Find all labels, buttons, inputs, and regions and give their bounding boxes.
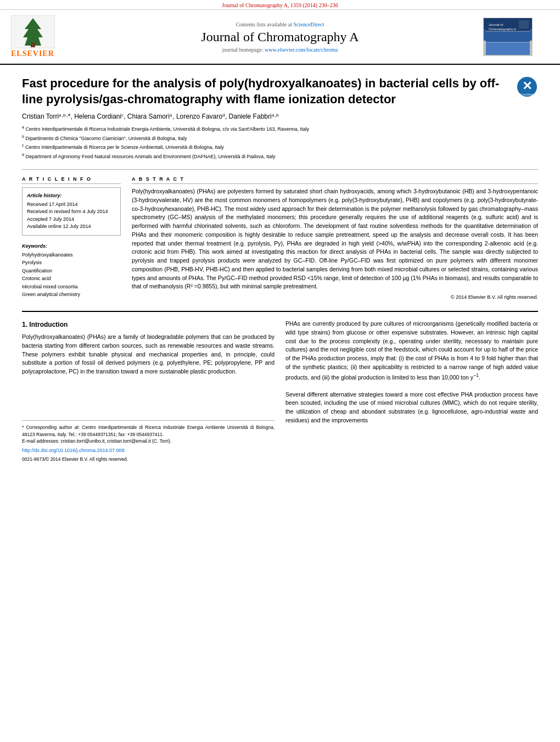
keywords-box: Keywords: Polyhydroxyalkanoates Pyrolysi… xyxy=(22,242,121,299)
journal-homepage: journal homepage: www.elsevier.com/locat… xyxy=(77,47,483,53)
section-title: Introduction xyxy=(29,321,68,328)
abstract-heading: A B S T R A C T xyxy=(132,176,538,184)
authors-text: Cristian Torriᵃ·ᵇ·*, Helena Cordianiᶜ, C… xyxy=(22,113,279,120)
elsevier-label: ELSEVIER xyxy=(11,49,54,58)
journal-cover-image: Journal of Chromatography A xyxy=(483,18,533,56)
contents-text: Contents lists available at xyxy=(236,21,292,27)
footnotes: * Corresponding author at: Centro Interd… xyxy=(22,420,275,463)
article-info-heading: A R T I C L E I N F O xyxy=(22,176,121,184)
intro-col2-para2: Several different alternative strategies… xyxy=(285,390,538,425)
copyright-line: © 2014 Elsevier B.V. All rights reserved… xyxy=(132,294,538,300)
svg-text:CrossMark: CrossMark xyxy=(520,93,534,96)
body-two-col: 1. Introduction Poly(hydroxyalkanoates) … xyxy=(22,320,538,462)
sciencedirect-link[interactable]: ScienceDirect xyxy=(293,21,324,27)
authors-line: Cristian Torriᵃ·ᵇ·*, Helena Cordianiᶜ, C… xyxy=(22,113,538,120)
keyword-1: Polyhydroxyalkanoates xyxy=(22,251,121,259)
svg-rect-4 xyxy=(486,31,530,42)
svg-rect-10 xyxy=(519,20,529,29)
section-number: 1. xyxy=(22,321,27,328)
doi-link[interactable]: http://dx.doi.org/10.1016/j.chroma.2014.… xyxy=(22,447,275,455)
intro-col1-text: Poly(hydroxyalkanoates) (PHAs) are a fam… xyxy=(22,333,275,376)
right-column: A B S T R A C T Poly(hydroxyalkanoates) … xyxy=(132,176,538,300)
body-section: 1. Introduction Poly(hydroxyalkanoates) … xyxy=(22,311,538,462)
svg-text:✕: ✕ xyxy=(522,79,532,93)
history-heading: Article history: xyxy=(27,192,116,200)
cover-thumbnail-icon: Journal of Chromatography A xyxy=(486,19,530,55)
corresponding-note: * Corresponding author at: Centro Interd… xyxy=(22,424,275,438)
accepted-date: Accepted 7 July 2014 xyxy=(27,216,116,224)
elsevier-logo: ELSEVIER xyxy=(11,15,77,58)
intro-heading: 1. Introduction xyxy=(22,320,275,330)
issn-line: 0021-9673/© 2014 Elsevier B.V. All right… xyxy=(22,456,275,463)
svg-rect-5 xyxy=(486,42,530,55)
received-revised-date: Received in revised form 4 July 2014 xyxy=(27,208,116,216)
journal-title-area: Contents lists available at ScienceDirec… xyxy=(77,21,483,53)
article-title-section: Fast procedure for the analysis of poly(… xyxy=(22,76,538,107)
svg-text:Journal of: Journal of xyxy=(489,23,503,26)
keyword-5: Microbial mixed consortia xyxy=(22,283,121,291)
keyword-3: Quantification xyxy=(22,267,121,275)
affiliation-c: c Centro Interdipartimentale di Ricerca … xyxy=(22,143,538,152)
affiliations: a Centro Interdipartimentale di Ricerca … xyxy=(22,125,538,160)
journal-header: ELSEVIER Contents lists available at Sci… xyxy=(0,10,560,65)
affiliation-d: d Department of Agronomy Food Natural re… xyxy=(22,152,538,161)
contents-line: Contents lists available at ScienceDirec… xyxy=(77,21,483,27)
article-info-abstract-section: A R T I C L E I N F O Article history: R… xyxy=(22,176,538,300)
article-title: Fast procedure for the analysis of poly(… xyxy=(22,76,505,107)
body-left-col: 1. Introduction Poly(hydroxyalkanoates) … xyxy=(22,320,275,462)
keyword-4: Crotonic acid xyxy=(22,275,121,282)
available-date: Available online 12 July 2014 xyxy=(27,223,116,231)
article-info-box: Article history: Received 17 April 2014 … xyxy=(22,187,121,236)
abstract-text: Poly(hydroxyalkanoates) (PHAs) are polye… xyxy=(132,187,538,291)
keyword-6: Green analytical chemistry xyxy=(22,291,121,298)
keywords-heading: Keywords: xyxy=(22,242,121,250)
journal-citation-bar: Journal of Chromatography A, 1359 (2014)… xyxy=(0,0,560,10)
svg-rect-2 xyxy=(31,43,35,47)
intro-col2-text: PHAs are currently produced by pure cult… xyxy=(285,320,538,382)
journal-name-header: Journal of Chromatography A xyxy=(77,30,483,44)
header-divider xyxy=(22,169,538,170)
received-date: Received 17 April 2014 xyxy=(27,201,116,209)
left-column: A R T I C L E I N F O Article history: R… xyxy=(22,176,121,300)
main-content: Fast procedure for the analysis of poly(… xyxy=(0,65,560,473)
journal-citation-text: Journal of Chromatography A, 1359 (2014)… xyxy=(222,2,338,8)
journal-cover-area: Journal of Chromatography A xyxy=(483,18,549,56)
affiliation-a: a Centro Interdipartimentale di Ricerca … xyxy=(22,125,538,133)
svg-text:Chromatography A: Chromatography A xyxy=(489,27,516,31)
email-note: E-mail addresses: cristian.torri@unibo.i… xyxy=(22,438,275,445)
homepage-label: journal homepage: xyxy=(222,47,264,53)
crossmark-icon: ✕ CrossMark xyxy=(516,76,538,98)
elsevier-tree-icon xyxy=(11,15,55,48)
keyword-2: Pyrolysis xyxy=(22,259,121,266)
journal-homepage-link[interactable]: www.elsevier.com/locate/chroma xyxy=(265,47,338,53)
affiliation-b: b Dipartimento di Chimica "Giacomo Ciami… xyxy=(22,134,538,143)
publisher-logo-area: ELSEVIER xyxy=(11,15,77,58)
body-right-col: PHAs are currently produced by pure cult… xyxy=(285,320,538,462)
